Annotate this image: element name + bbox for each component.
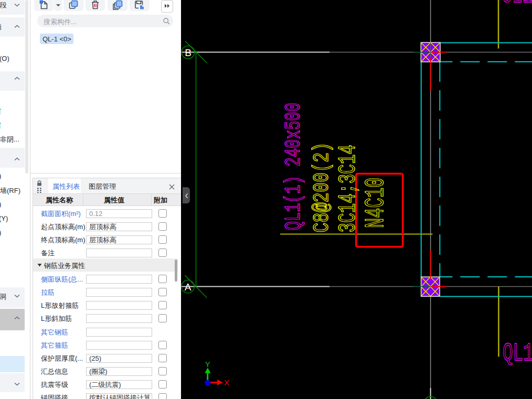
svg-text:A: A bbox=[185, 282, 191, 293]
svg-text:QL1(1) 240x500: QL1(1) 240x500 bbox=[281, 103, 306, 231]
svg-text:3C14;3C14: 3C14;3C14 bbox=[334, 145, 362, 233]
svg-text:QL1: QL1 bbox=[503, 339, 532, 368]
svg-text:B: B bbox=[185, 47, 191, 58]
svg-text:X: X bbox=[224, 378, 229, 387]
svg-text:C8@200(2): C8@200(2) bbox=[310, 142, 334, 232]
svg-text:N4C10: N4C10 bbox=[360, 177, 391, 228]
svg-text:Y: Y bbox=[205, 360, 210, 369]
svg-text:QL1: QL1 bbox=[502, 0, 532, 9]
